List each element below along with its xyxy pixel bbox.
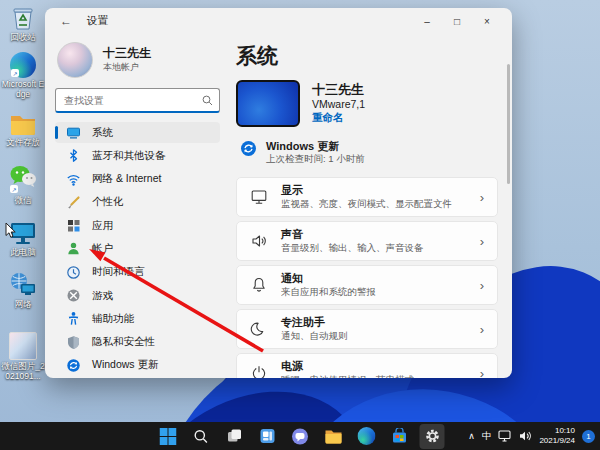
display-icon	[66, 125, 81, 140]
chat-icon	[292, 428, 309, 445]
search-icon	[194, 429, 209, 444]
desktop-icon-label: 微信图片_2021091...	[0, 361, 46, 381]
desktop-icon-label: 微信	[15, 195, 32, 205]
chevron-right-icon: ›	[480, 278, 484, 293]
microsoft-store-button[interactable]	[387, 424, 412, 449]
nav-item-personalization[interactable]: 个性化	[55, 192, 220, 213]
chevron-right-icon: ›	[480, 322, 484, 337]
nav-label: 时间和语言	[92, 265, 145, 279]
desktop-icon-label: Microsoft Edge	[0, 79, 46, 99]
nav-item-apps[interactable]: 应用	[55, 215, 220, 236]
window-titlebar[interactable]: ← 设置 – □ ×	[45, 8, 512, 34]
page-title: 系统	[236, 42, 498, 70]
power-icon	[250, 364, 268, 378]
card-power[interactable]: 电源 睡眠、电池使用情况、节电模式 ›	[236, 353, 498, 378]
card-notifications[interactable]: 通知 来自应用和系统的警报 ›	[236, 265, 498, 305]
gear-icon	[424, 428, 440, 444]
taskbar-search-button[interactable]	[189, 424, 214, 449]
apps-icon	[66, 218, 81, 233]
notification-badge[interactable]: 1	[582, 430, 595, 443]
file-explorer-icon	[324, 429, 342, 444]
desktop-icon-folder[interactable]: 文件存放	[0, 112, 46, 147]
nav-label: 个性化	[92, 195, 124, 209]
nav-item-windows-update[interactable]: Windows 更新	[55, 355, 220, 376]
desktop-icon-label: 网络	[15, 299, 32, 309]
task-view-icon	[226, 428, 242, 444]
ime-indicator[interactable]: 中	[482, 430, 492, 443]
nav-label: 系统	[92, 126, 113, 140]
desktop-icon-label: 回收站	[10, 32, 36, 42]
settings-taskbar-button[interactable]	[420, 424, 445, 449]
tray-overflow-chevron[interactable]: ∧	[468, 431, 475, 441]
minimize-button[interactable]: –	[412, 11, 442, 31]
window-title: 设置	[87, 14, 108, 28]
folder-icon	[9, 112, 37, 136]
settings-main-pane: 系统 十三先生 VMware7,1 重命名	[230, 34, 512, 378]
chevron-right-icon: ›	[480, 366, 484, 378]
update-status-text: 上次检查时间: 1 小时前	[266, 153, 365, 166]
widgets-button[interactable]	[255, 424, 280, 449]
chevron-right-icon: ›	[480, 190, 484, 205]
nav-label: 蓝牙和其他设备	[92, 149, 166, 163]
nav-item-accessibility[interactable]: 辅助功能	[55, 308, 220, 329]
nav-item-system[interactable]: 系统	[55, 122, 220, 143]
card-focus-assist[interactable]: 专注助手 通知、自动规则 ›	[236, 309, 498, 349]
settings-window: ← 设置 – □ × 十三先生 本地帐户	[45, 8, 512, 378]
avatar	[57, 42, 93, 78]
nav-item-network[interactable]: 网络 & Internet	[55, 169, 220, 190]
card-subtitle: 来自应用和系统的警报	[281, 286, 376, 299]
maximize-button[interactable]: □	[442, 11, 472, 31]
card-subtitle: 音量级别、输出、输入、声音设备	[281, 242, 424, 255]
nav-item-bluetooth[interactable]: 蓝牙和其他设备	[55, 145, 220, 166]
task-view-button[interactable]	[222, 424, 247, 449]
search-icon	[202, 95, 213, 106]
update-title: Windows 更新	[266, 139, 365, 153]
desktop-icon-network[interactable]: 网络	[0, 272, 46, 309]
card-display[interactable]: 显示 监视器、亮度、夜间模式、显示配置文件 ›	[236, 177, 498, 217]
user-name: 十三先生	[103, 46, 151, 60]
volume-tray-icon[interactable]	[519, 430, 532, 442]
desktop-icon-this-pc[interactable]: 此电脑	[0, 220, 46, 257]
file-explorer-button[interactable]	[321, 424, 346, 449]
desktop-icon-edge[interactable]: ↗ Microsoft Edge	[0, 52, 46, 99]
desktop-icon-label: 此电脑	[10, 247, 36, 257]
desktop-icon-wechat[interactable]: ↗ 微信	[0, 164, 46, 205]
desktop-icon-image-file[interactable]: 微信图片_2021091...	[0, 332, 46, 381]
clock-date: 2021/9/24	[539, 436, 575, 446]
settings-nav: 系统 蓝牙和其他设备 网络 & Internet	[55, 122, 220, 376]
back-button[interactable]: ←	[55, 12, 77, 30]
nav-item-time-language[interactable]: 时间和语言	[55, 262, 220, 283]
nav-item-accounts[interactable]: 帐户	[55, 238, 220, 259]
chat-button[interactable]	[288, 424, 313, 449]
accessibility-icon	[66, 311, 81, 326]
card-subtitle: 监视器、亮度、夜间模式、显示配置文件	[281, 198, 452, 211]
user-account-type: 本地帐户	[103, 61, 151, 74]
bluetooth-icon	[66, 148, 81, 163]
rename-link[interactable]: 重命名	[312, 111, 365, 125]
desktop-icon-label: 文件存放	[6, 137, 40, 147]
card-sound[interactable]: 声音 音量级别、输出、输入、声音设备 ›	[236, 221, 498, 261]
desktop-icon-recycle-bin[interactable]: 回收站	[0, 4, 46, 42]
scrollbar[interactable]	[507, 64, 510, 184]
settings-sidebar: 十三先生 本地帐户 系统	[45, 34, 230, 378]
edge-button[interactable]	[354, 424, 379, 449]
settings-search-box[interactable]	[55, 88, 220, 113]
search-input[interactable]	[62, 94, 198, 107]
bell-icon	[250, 276, 268, 294]
image-file-icon	[9, 332, 37, 360]
user-profile[interactable]: 十三先生 本地帐户	[57, 42, 218, 78]
taskbar-clock[interactable]: 10:10 2021/9/24	[539, 426, 575, 447]
settings-cards: 显示 监视器、亮度、夜间模式、显示配置文件 › 声音 音量级别、输出、输入、声音…	[236, 177, 498, 378]
nav-item-privacy[interactable]: 隐私和安全性	[55, 332, 220, 353]
clock-icon	[66, 265, 81, 280]
windows-update-status[interactable]: Windows 更新 上次检查时间: 1 小时前	[236, 139, 498, 166]
nav-label: 帐户	[92, 242, 113, 256]
moon-icon	[250, 320, 268, 338]
nav-label: 应用	[92, 219, 113, 233]
device-wallpaper-thumbnail	[236, 80, 300, 127]
network-tray-icon[interactable]	[498, 430, 512, 442]
start-button[interactable]	[156, 424, 181, 449]
nav-item-gaming[interactable]: 游戏	[55, 285, 220, 306]
close-button[interactable]: ×	[472, 11, 502, 31]
person-icon	[66, 241, 81, 256]
